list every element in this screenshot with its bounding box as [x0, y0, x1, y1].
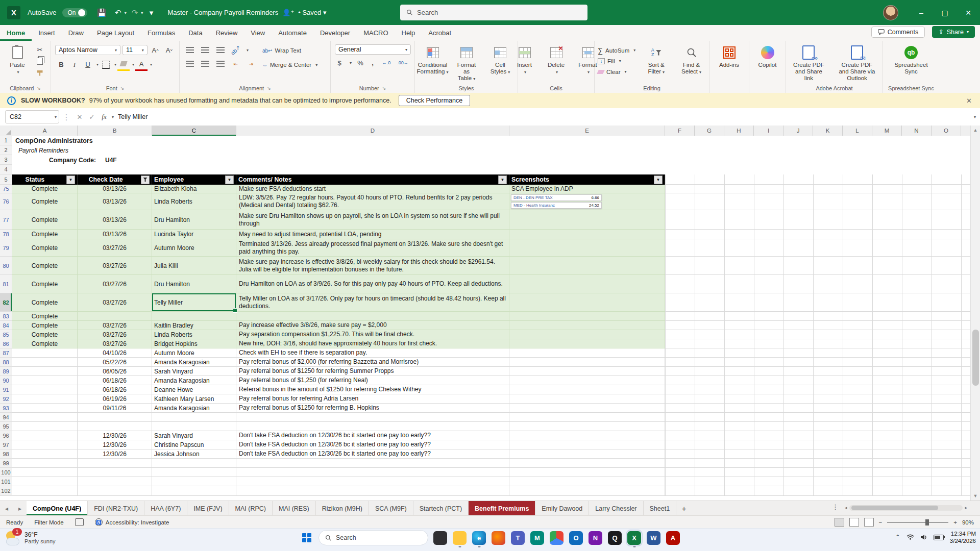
check-date-cell[interactable] — [78, 422, 152, 431]
excel-icon[interactable]: X — [627, 531, 641, 545]
column-header-a[interactable]: A — [12, 126, 78, 136]
screenshot-cell[interactable] — [509, 358, 665, 367]
comment-cell[interactable]: Pay increase effective 3/8/26, make sure… — [236, 321, 509, 330]
row-header-92[interactable]: 92 — [0, 394, 12, 404]
sheet-tab-larry-chessler[interactable]: Larry Chessler — [589, 501, 643, 516]
comment-cell[interactable]: Make sure pay increase is effective 3/8/… — [236, 257, 509, 275]
screenshot-thumbnail[interactable]: MED - Health Insuranc24.52 — [511, 202, 602, 209]
check-date-cell[interactable]: 12/30/26 — [78, 431, 152, 440]
status-cell[interactable] — [12, 358, 78, 367]
row-header-77[interactable]: 77 — [0, 210, 12, 230]
wifi-icon[interactable] — [906, 534, 914, 540]
row-header-78[interactable]: 78 — [0, 230, 12, 239]
employee-cell[interactable]: Bridget Hopkins — [152, 339, 236, 348]
align-middle-icon[interactable] — [199, 44, 211, 56]
status-cell[interactable]: Complete — [12, 275, 78, 293]
status-cell[interactable] — [12, 431, 78, 440]
employee-cell[interactable]: Deanne Howe — [152, 385, 236, 394]
screenshot-cell[interactable] — [509, 275, 665, 293]
employee-cell[interactable] — [152, 477, 236, 486]
status-cell[interactable]: Complete — [12, 210, 78, 230]
comments-filter-button[interactable]: ▼ — [498, 176, 507, 184]
formula-bar-value[interactable]: Telly Miller — [114, 113, 972, 120]
zoom-in-icon[interactable]: + — [953, 519, 957, 525]
word-icon[interactable]: W — [647, 531, 660, 545]
screenshot-cell[interactable] — [509, 376, 665, 385]
comment-cell[interactable]: Telly Miller on LOA as of 3/17/26. Only … — [236, 293, 509, 312]
row-header-87[interactable]: 87 — [0, 348, 12, 358]
weather-widget[interactable]: 1 36°F Partly sunny — [5, 530, 56, 545]
employee-cell[interactable] — [152, 312, 236, 321]
number-format-select[interactable]: General▾ — [335, 44, 411, 55]
horizontal-scrollbar[interactable]: ◂ ▸ — [845, 503, 967, 512]
row-header[interactable]: 1 — [0, 136, 12, 145]
comment-cell[interactable]: Don't take FSA deduction on 12/30/26 bc … — [236, 440, 509, 449]
employee-filter-button[interactable]: ▼ — [225, 176, 234, 184]
status-cell[interactable] — [12, 385, 78, 394]
decrease-decimal-button[interactable]: .00→ — [397, 57, 409, 68]
comment-cell[interactable]: Pay separation compensation $1,225.70. T… — [236, 330, 509, 339]
employee-cell[interactable] — [152, 459, 236, 468]
screenshot-cell[interactable] — [509, 239, 665, 257]
file-explorer-icon[interactable] — [453, 531, 467, 545]
taskbar-search-input[interactable]: Search — [318, 530, 428, 545]
comment-cell[interactable]: Check with EH to see if there is separat… — [236, 348, 509, 358]
screenshot-cell[interactable] — [509, 413, 665, 422]
user-avatar[interactable] — [883, 5, 898, 20]
status-cell[interactable] — [12, 376, 78, 385]
employee-cell-selected[interactable]: Telly Miller — [152, 293, 236, 312]
document-title-area[interactable]: Master - Company Payroll Reminders 👤⁺ • … — [167, 9, 326, 16]
cancel-entry-icon[interactable]: ✕ — [74, 111, 86, 123]
column-header-f[interactable]: F — [665, 126, 695, 136]
check-date-cell[interactable] — [78, 486, 152, 496]
check-date-cell[interactable]: 03/27/26 — [78, 293, 152, 312]
copy-button[interactable] — [34, 56, 46, 67]
outlook-icon[interactable]: O — [569, 531, 583, 545]
row-header-89[interactable]: 89 — [0, 367, 12, 376]
delete-cells-button[interactable]: Delete▾ — [542, 44, 571, 77]
comment-cell[interactable] — [236, 312, 509, 321]
comment-cell[interactable]: Pay referral bonus for referring Adria L… — [236, 394, 509, 404]
maximize-button[interactable]: ▢ — [933, 0, 957, 25]
q-app-icon[interactable]: Q — [608, 531, 622, 545]
chrome-icon[interactable] — [550, 531, 564, 545]
format-as-table-button[interactable]: Format as Table▾ — [452, 44, 481, 83]
check-date-cell[interactable]: 03/13/26 — [78, 230, 152, 239]
screenshot-cell[interactable] — [509, 468, 665, 477]
check-date-cell[interactable]: 06/18/26 — [78, 376, 152, 385]
employee-cell[interactable]: Sarah Vinyard — [152, 431, 236, 440]
check-date-cell[interactable]: 03/27/26 — [78, 321, 152, 330]
row-header-81[interactable]: 81 — [0, 275, 12, 293]
row-header-86[interactable]: 86 — [0, 339, 12, 348]
comment-cell[interactable]: Don't take FSA deduction on 12/30/26 bc … — [236, 431, 509, 440]
accessibility-status[interactable]: ♿Accessibility: Investigate — [95, 518, 169, 526]
sheet-tab-fdi-nr2-txu[interactable]: FDI (NR2-TXU) — [88, 501, 144, 516]
cut-button[interactable]: ✂ — [34, 44, 46, 55]
check-date-cell[interactable]: 03/27/26 — [78, 257, 152, 275]
screenshot-cell[interactable] — [509, 440, 665, 449]
screenshot-cell[interactable]: SCA Employee in ADP — [509, 185, 665, 193]
currency-button[interactable]: $ — [335, 57, 344, 68]
row-header-76[interactable]: 76 — [0, 193, 12, 210]
screenshot-cell[interactable] — [509, 422, 665, 431]
row-header-93[interactable]: 93 — [0, 404, 12, 413]
screenshot-cell[interactable] — [509, 230, 665, 239]
comment-cell[interactable]: Make sure FSA deductions start — [236, 185, 509, 193]
screenshot-thumbnail[interactable]: DEN - DEN PRE TAX6.86 — [511, 194, 602, 201]
employee-cell[interactable]: Kathleen Mary Larsen — [152, 394, 236, 404]
check-date-cell[interactable]: 03/27/26 — [78, 239, 152, 257]
number-dialog-launcher-icon[interactable]: ↘ — [382, 86, 386, 91]
employee-cell[interactable]: Autumn Moore — [152, 348, 236, 358]
fill-color-caret-icon[interactable]: ▾ — [132, 62, 134, 67]
comment-cell[interactable]: Terminated 3/13/26. Jess already process… — [236, 239, 509, 257]
status-cell[interactable] — [12, 394, 78, 404]
check-date-cell[interactable]: 05/22/26 — [78, 358, 152, 367]
insert-function-icon[interactable]: fx — [98, 111, 110, 123]
row-header-100[interactable]: 100 — [0, 468, 12, 477]
check-date-cell[interactable]: 12/30/26 — [78, 440, 152, 449]
confirm-entry-icon[interactable]: ✓ — [86, 111, 98, 123]
titlebar-search-input[interactable]: Search — [400, 5, 587, 20]
find-select-button[interactable]: Find & Select▾ — [677, 44, 706, 77]
comment-cell[interactable]: Referral bonus in the amount of $1250 fo… — [236, 385, 509, 394]
column-header-c[interactable]: C — [152, 126, 236, 136]
